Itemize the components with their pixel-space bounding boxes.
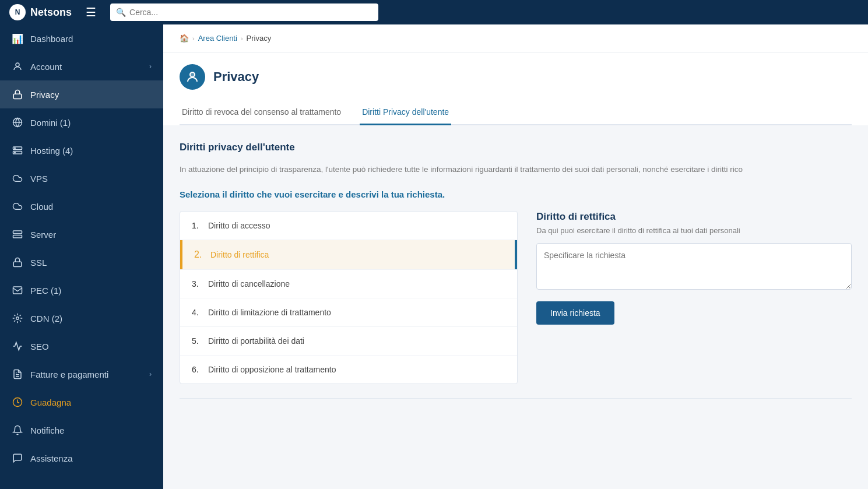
sidebar-item-vps[interactable]: VPS bbox=[0, 164, 163, 192]
tab-diritti[interactable]: Diritti Privacy dell'utente bbox=[360, 101, 451, 125]
svg-rect-1 bbox=[13, 94, 22, 98]
sidebar-label-domini: Domini (1) bbox=[30, 118, 152, 128]
svg-rect-10 bbox=[13, 287, 22, 294]
assistenza-icon bbox=[12, 452, 23, 464]
request-textarea[interactable] bbox=[536, 243, 852, 290]
active-right-indicator bbox=[515, 240, 517, 269]
sidebar-item-cdn[interactable]: CDN (2) bbox=[0, 304, 163, 332]
two-column-layout: 1. Diritto di accesso 2. Diritto di rett… bbox=[180, 211, 852, 384]
search-input[interactable] bbox=[129, 8, 372, 17]
sidebar-label-guadagna: Guadagna bbox=[30, 397, 152, 407]
svg-point-11 bbox=[16, 317, 19, 320]
domini-icon bbox=[12, 117, 23, 128]
sidebar-item-account[interactable]: Account › bbox=[0, 52, 163, 80]
description-text: In attuazione del principio di trasparen… bbox=[180, 164, 852, 175]
fatture-chevron-icon: › bbox=[149, 370, 152, 378]
main-layout: 📊 Dashboard Account › Privacy Domini (1) bbox=[0, 24, 868, 489]
right-panel-description: Da qui puoi esercitare il diritto di ret… bbox=[536, 226, 852, 235]
svg-rect-16 bbox=[191, 73, 194, 76]
sidebar-label-notifiche: Notifiche bbox=[30, 425, 152, 435]
svg-point-6 bbox=[15, 152, 16, 153]
page-title-row: Privacy bbox=[180, 64, 852, 90]
dashboard-icon: 📊 bbox=[12, 33, 23, 44]
logo-text: Netsons bbox=[30, 6, 72, 19]
page-privacy-icon bbox=[180, 64, 205, 90]
sidebar-item-ssl[interactable]: SSL bbox=[0, 248, 163, 276]
sidebar-label-hosting: Hosting (4) bbox=[30, 146, 152, 156]
seo-icon bbox=[12, 340, 23, 352]
sidebar-item-seo[interactable]: SEO bbox=[0, 332, 163, 360]
svg-rect-9 bbox=[13, 262, 22, 266]
sidebar-label-seo: SEO bbox=[30, 342, 152, 351]
breadcrumb-area-clienti[interactable]: Area Clienti bbox=[198, 34, 237, 43]
submit-button[interactable]: Invia richiesta bbox=[536, 301, 614, 325]
svg-point-5 bbox=[15, 148, 16, 149]
sidebar-label-vps: VPS bbox=[30, 174, 152, 184]
page-header: Privacy Diritto di revoca del consenso a… bbox=[163, 52, 868, 125]
sidebar-item-fatture[interactable]: Fatture e pagamenti › bbox=[0, 360, 163, 388]
logo[interactable]: N Netsons bbox=[9, 4, 72, 20]
rights-item-rettifica[interactable]: 2. Diritto di rettifica bbox=[180, 240, 515, 269]
page-title: Privacy bbox=[213, 69, 259, 85]
sidebar-item-hosting[interactable]: Hosting (4) bbox=[0, 136, 163, 164]
hosting-icon bbox=[12, 145, 23, 156]
sidebar-label-cdn: CDN (2) bbox=[30, 314, 152, 323]
notifiche-icon bbox=[12, 424, 23, 436]
rights-item-rettifica-label: Diritto di rettifica bbox=[210, 250, 269, 259]
pec-icon bbox=[12, 284, 23, 296]
sidebar-item-server[interactable]: Server bbox=[0, 220, 163, 248]
rights-item-opposizione[interactable]: 6. Diritto di opposizione al trattamento bbox=[180, 356, 517, 384]
tabs: Diritto di revoca del consenso al tratta… bbox=[180, 101, 852, 125]
rights-list: 1. Diritto di accesso 2. Diritto di rett… bbox=[180, 211, 518, 384]
sidebar-label-privacy: Privacy bbox=[30, 90, 152, 100]
svg-rect-7 bbox=[13, 231, 22, 234]
cdn-icon bbox=[12, 312, 23, 324]
svg-point-0 bbox=[16, 63, 19, 66]
sidebar-item-assistenza[interactable]: Assistenza bbox=[0, 444, 163, 472]
sidebar-label-pec: PEC (1) bbox=[30, 286, 152, 295]
sidebar-label-ssl: SSL bbox=[30, 258, 152, 268]
sidebar-label-account: Account bbox=[30, 62, 142, 72]
hamburger-menu[interactable]: ☰ bbox=[86, 5, 96, 19]
sidebar-item-privacy[interactable]: Privacy bbox=[0, 80, 163, 108]
select-instruction: Seleziona il diritto che vuoi esercitare… bbox=[180, 189, 852, 199]
main-content: 🏠 › Area Clienti › Privacy Privacy Dirit… bbox=[163, 24, 868, 489]
sidebar: 📊 Dashboard Account › Privacy Domini (1) bbox=[0, 24, 163, 489]
rights-item-portabilita[interactable]: 5. Diritto di portabilità dei dati bbox=[180, 327, 517, 356]
home-icon[interactable]: 🏠 bbox=[180, 34, 189, 43]
sidebar-label-cloud: Cloud bbox=[30, 202, 152, 212]
breadcrumb-current: Privacy bbox=[247, 34, 272, 43]
rights-item-accesso[interactable]: 1. Diritto di accesso bbox=[180, 212, 517, 240]
sidebar-label-assistenza: Assistenza bbox=[30, 453, 152, 463]
sidebar-item-domini[interactable]: Domini (1) bbox=[0, 108, 163, 136]
section-title: Diritti privacy dell'utente bbox=[180, 142, 852, 153]
fatture-icon bbox=[12, 368, 23, 380]
sidebar-label-server: Server bbox=[30, 230, 152, 240]
right-panel: Diritto di rettifica Da qui puoi esercit… bbox=[536, 211, 852, 325]
top-bar: N Netsons ☰ 🔍 bbox=[0, 0, 868, 24]
content-divider bbox=[180, 398, 852, 399]
right-panel-title: Diritto di rettifica bbox=[536, 211, 852, 223]
server-icon bbox=[12, 228, 23, 240]
logo-icon: N bbox=[9, 4, 26, 20]
sidebar-item-pec[interactable]: PEC (1) bbox=[0, 276, 163, 304]
sidebar-label-dashboard: Dashboard bbox=[30, 34, 152, 44]
account-chevron-icon: › bbox=[149, 62, 152, 71]
rights-item-limitazione[interactable]: 4. Diritto di limitazione di trattamento bbox=[180, 298, 517, 327]
search-icon: 🔍 bbox=[116, 8, 126, 17]
sidebar-item-cloud[interactable]: Cloud bbox=[0, 192, 163, 220]
tab-revoca[interactable]: Diritto di revoca del consenso al tratta… bbox=[180, 101, 343, 125]
sidebar-item-notifiche[interactable]: Notifiche bbox=[0, 416, 163, 444]
rights-item-cancellazione[interactable]: 3. Diritto di cancellazione bbox=[180, 270, 517, 298]
rights-item-rettifica-wrap: 2. Diritto di rettifica bbox=[180, 240, 517, 270]
breadcrumb: 🏠 › Area Clienti › Privacy bbox=[163, 24, 868, 52]
guadagna-icon bbox=[12, 396, 23, 408]
account-icon bbox=[12, 61, 23, 72]
svg-rect-8 bbox=[13, 235, 22, 238]
cloud-icon bbox=[12, 200, 23, 212]
privacy-icon bbox=[12, 89, 23, 100]
sidebar-item-guadagna[interactable]: Guadagna bbox=[0, 388, 163, 416]
sidebar-label-fatture: Fatture e pagamenti bbox=[30, 370, 142, 379]
inner-content: Diritti privacy dell'utente In attuazion… bbox=[163, 125, 868, 415]
sidebar-item-dashboard[interactable]: 📊 Dashboard bbox=[0, 24, 163, 52]
